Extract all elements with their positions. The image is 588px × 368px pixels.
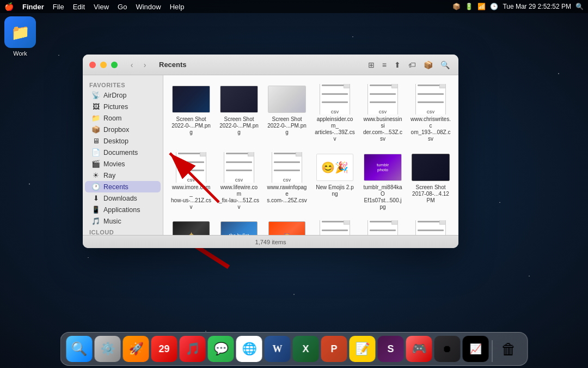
emoji-thumb: 😊🎉 <box>316 154 353 181</box>
finder-body: Favorites 📡 AirDrop 🖼 Pictures 📁 Room 📦 … <box>83 75 458 235</box>
list-item[interactable]: CSV www.chriswrites.com_193-...08Z.csv <box>408 81 453 146</box>
downloads-icon: ⬇ <box>91 194 100 202</box>
sidebar-item-desktop[interactable]: 🖥 Desktop <box>85 135 161 147</box>
back-button[interactable]: ‹ <box>126 59 137 70</box>
menu-view[interactable]: View <box>94 3 109 11</box>
settings-dock-icon: ⚙️ <box>100 342 115 356</box>
menu-go[interactable]: Go <box>118 3 127 11</box>
list-item[interactable]: CSV www.lifewire.com_fix-lau-...51Z.csv <box>217 149 261 214</box>
forward-button[interactable]: › <box>139 59 150 70</box>
dock-item-slack[interactable]: S <box>378 336 404 362</box>
minimize-button[interactable] <box>100 62 107 68</box>
dock-item-arcade[interactable]: 🎮 <box>406 336 432 362</box>
list-item[interactable]: ✦ invictus <box>169 217 213 235</box>
excel-dock-icon: X <box>302 343 309 355</box>
list-item[interactable]: the bullet the bullet <box>217 217 261 235</box>
sidebar-item-dropbox[interactable]: 📦 Dropbox <box>85 124 161 135</box>
status-bar: 1,749 items <box>83 235 458 248</box>
sidebar-item-pictures[interactable]: 🖼 Pictures <box>85 101 161 112</box>
calendar-dock-icon: 29 <box>158 343 169 355</box>
file-name: New Emojis 2.png <box>315 184 355 197</box>
view-icon-list[interactable]: ≡ <box>380 59 389 70</box>
list-item[interactable]: CSV www.businessinsider.com-...17Z.csv <box>360 217 405 235</box>
launchpad-dock-icon: 🚀 <box>128 342 143 356</box>
app-name[interactable]: Finder <box>22 3 44 11</box>
documents-icon: 📄 <box>91 148 100 156</box>
view-icon-grid[interactable]: ⊞ <box>366 59 377 70</box>
list-item[interactable]: CSV www.imore.com_how-get-...03Z.csv <box>408 217 453 235</box>
list-item[interactable]: CSV www.businessinsider.com-...53Z.csv <box>360 81 405 146</box>
word-dock-icon: W <box>273 343 283 355</box>
music-label: Music <box>103 218 121 225</box>
menubar: 🍎 Finder File Edit View Go Window Help 📦… <box>0 0 588 13</box>
sidebar-item-movies[interactable]: 🎬 Movies <box>85 158 161 170</box>
dock-item-messages[interactable]: 💬 <box>208 336 234 362</box>
list-item[interactable]: CSV www.rawinfopages.com-...25Z.csv <box>265 149 309 214</box>
file-name: Screen Shot2022-0-...PM.png <box>219 116 259 136</box>
dock-item-calendar[interactable]: 29 <box>151 336 177 362</box>
toolbar-icons: ⊞ ≡ ⬆ 🏷 📦 🔍 <box>366 59 452 70</box>
list-item[interactable]: CSV appleinsider.com_articles-...39Z.csv <box>313 81 357 146</box>
file-thumbnail: CSV <box>267 152 307 183</box>
documents-label: Documents <box>103 149 138 156</box>
share-icon[interactable]: ⬆ <box>392 59 403 70</box>
dock-item-word[interactable]: W <box>265 336 291 362</box>
list-item[interactable]: CSV www.techbout.com_send-...33Z.csv <box>313 217 357 235</box>
list-item[interactable]: 😊🎉 New Emojis 2.png <box>313 149 357 214</box>
dropbox-toolbar-icon[interactable]: 📦 <box>421 59 435 70</box>
dock-item-chrome[interactable]: 🌐 <box>236 336 262 362</box>
menubar-right: 📦 🔋 📶 🕒 Tue Mar 29 2:52:52 PM 🔍 <box>452 3 584 10</box>
dock-item-powerpoint[interactable]: P <box>321 336 347 362</box>
dock-item-finder[interactable]: 🔍 <box>66 336 93 362</box>
sidebar-item-applications[interactable]: 📱 Applications <box>85 204 161 215</box>
dock-item-music[interactable]: 🎵 <box>180 336 206 362</box>
list-item[interactable]: Screen Shot2022-0-...PM.png <box>217 81 261 146</box>
dock-item-excel[interactable]: X <box>293 336 319 362</box>
battery-icon: 🔋 <box>465 3 473 10</box>
list-item[interactable]: Screen Shot2017-08-...4.12 PM <box>408 149 453 214</box>
menu-file[interactable]: File <box>53 3 64 11</box>
dock-item-notes[interactable]: 📝 <box>350 336 376 362</box>
close-button[interactable] <box>89 62 96 68</box>
file-name: tumblr_mi884kaOEf1s07st...500.jpg <box>363 184 403 210</box>
maximize-button[interactable] <box>111 62 118 68</box>
dock-item-obs[interactable]: ⏺ <box>434 336 461 362</box>
list-item[interactable]: CSV www.imore.com_how-us-...21Z.csv <box>169 149 213 214</box>
file-thumbnail: ✦ <box>171 220 211 235</box>
dropbox-icon: 📦 <box>452 3 461 10</box>
sidebar-item-music[interactable]: 🎵 Music <box>85 215 161 227</box>
search-icon[interactable]: 🔍 <box>575 3 584 10</box>
apple-menu[interactable]: 🍎 <box>4 2 14 11</box>
list-item[interactable]: Screen Shot2022-0-...PM.png <box>169 81 213 146</box>
sidebar-item-room[interactable]: 📁 Room <box>85 112 161 124</box>
dock-item-launchpad[interactable]: 🚀 <box>123 336 149 362</box>
dock-item-stocks[interactable]: 📈 <box>463 336 489 362</box>
ray-icon: ☀ <box>91 171 100 179</box>
dropbox-label: Dropbox <box>103 126 129 134</box>
sidebar-item-recents[interactable]: 🕐 Recents <box>85 181 161 192</box>
file-thumbnail <box>411 152 450 183</box>
menu-window[interactable]: Window <box>136 3 161 11</box>
sidebar-item-airdrop[interactable]: 📡 AirDrop <box>85 89 161 101</box>
dock-item-trash[interactable]: 🗑 <box>496 336 522 362</box>
tag-icon[interactable]: 🏷 <box>406 59 418 70</box>
menu-help[interactable]: Help <box>170 3 185 11</box>
list-item[interactable]: tumblrphoto tumblr_mi884kaOEf1s07st...50… <box>360 149 405 214</box>
sidebar-item-documents[interactable]: 📄 Documents <box>85 147 161 158</box>
sidebar-item-downloads[interactable]: ⬇ Downloads <box>85 192 161 204</box>
dock-item-settings[interactable]: ⚙️ <box>95 336 121 362</box>
file-thumbnail: the bullet <box>219 220 259 235</box>
file-thumbnail: CSV <box>315 84 354 114</box>
file-thumbnail <box>267 84 307 114</box>
file-grid: Screen Shot2022-0-...PM.png Screen Shot2… <box>169 81 453 235</box>
work-folder-label: Work <box>13 50 27 57</box>
file-thumbnail: CSV <box>363 84 402 114</box>
desktop-icon-work[interactable]: 📁 Work <box>4 16 36 57</box>
file-thumbnail: CSV <box>363 220 402 235</box>
sidebar-item-ray[interactable]: ☀ Ray <box>85 170 161 181</box>
list-item[interactable]: Screen Shot2022-0-...PM.png <box>265 81 309 146</box>
list-item[interactable]: 🌄 tumblr_lxfxu4nFzw1qceu...1280.jpg <box>265 217 309 235</box>
search-button[interactable]: 🔍 <box>438 59 452 70</box>
invictus-thumb: ✦ <box>173 221 210 235</box>
menu-edit[interactable]: Edit <box>73 3 85 11</box>
